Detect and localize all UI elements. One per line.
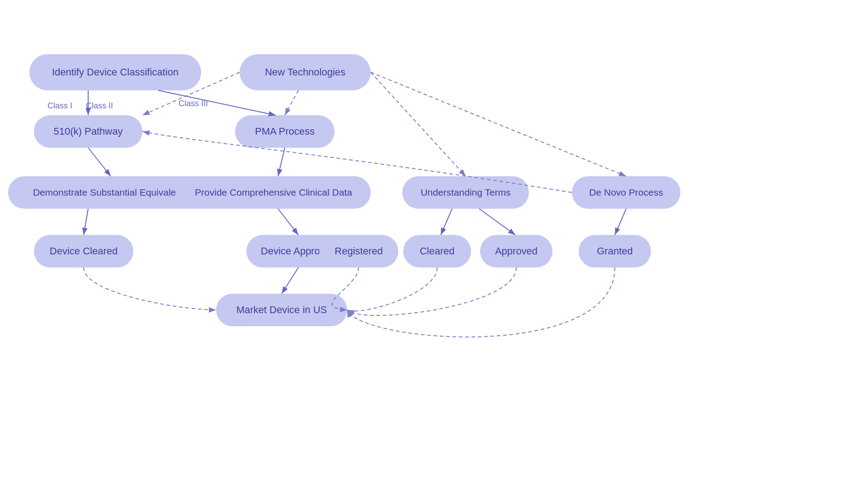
node-granted: Granted xyxy=(579,235,651,267)
svg-line-12 xyxy=(615,209,626,235)
svg-text:Class I: Class I xyxy=(47,101,72,110)
node-registered: Registered xyxy=(319,235,398,267)
svg-line-17 xyxy=(371,72,466,176)
node-de-novo: De Novo Process xyxy=(572,176,680,209)
svg-text:Class II: Class II xyxy=(86,101,113,110)
svg-line-8 xyxy=(278,148,285,176)
svg-line-11 xyxy=(282,267,298,294)
svg-line-10 xyxy=(278,209,298,235)
node-market: Market Device in US xyxy=(216,294,347,326)
svg-line-9 xyxy=(84,209,88,235)
node-understanding: Understanding Terms xyxy=(402,176,529,209)
node-pma: PMA Process xyxy=(235,115,335,148)
svg-line-5 xyxy=(158,90,276,115)
node-approved: Approved xyxy=(480,235,552,267)
node-new-tech: New Technologies xyxy=(240,54,371,90)
svg-text:Class III: Class III xyxy=(179,99,208,108)
svg-line-18 xyxy=(371,72,626,176)
node-510k: 510(k) Pathway xyxy=(34,115,142,148)
svg-line-7 xyxy=(88,148,111,176)
node-identify: Identify Device Classification xyxy=(29,54,201,90)
node-device-cleared: Device Cleared xyxy=(34,235,133,267)
diagram-container: Identify Device Classification New Techn… xyxy=(0,0,868,488)
node-clinical: Provide Comprehensive Clinical Data xyxy=(176,176,371,209)
svg-line-16 xyxy=(285,90,298,115)
svg-line-13 xyxy=(441,209,452,235)
node-cleared: Cleared xyxy=(403,235,471,267)
svg-line-14 xyxy=(479,209,515,235)
